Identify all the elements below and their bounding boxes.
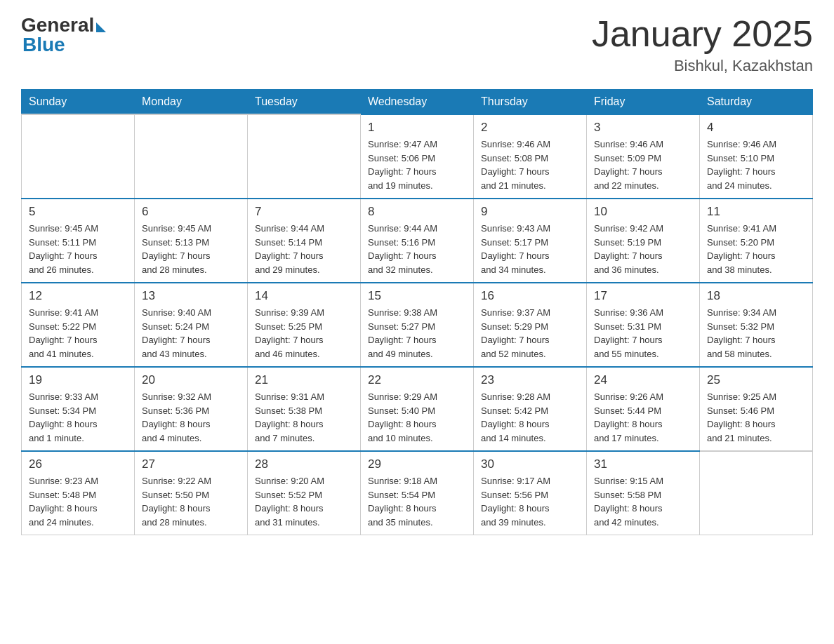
week-row-3: 12Sunrise: 9:41 AMSunset: 5:22 PMDayligh… — [22, 283, 813, 367]
calendar-cell: 3Sunrise: 9:46 AMSunset: 5:09 PMDaylight… — [587, 114, 700, 199]
calendar-cell: 7Sunrise: 9:44 AMSunset: 5:14 PMDaylight… — [248, 199, 361, 283]
day-info: Sunrise: 9:25 AMSunset: 5:46 PMDaylight:… — [707, 390, 805, 445]
calendar-header: SundayMondayTuesdayWednesdayThursdayFrid… — [22, 90, 813, 115]
day-info: Sunrise: 9:44 AMSunset: 5:16 PMDaylight:… — [368, 222, 466, 276]
day-number: 21 — [255, 373, 353, 387]
logo-arrow-icon — [96, 22, 106, 32]
day-number: 9 — [481, 205, 579, 219]
day-info: Sunrise: 9:41 AMSunset: 5:20 PMDaylight:… — [707, 222, 805, 276]
col-header-tuesday: Tuesday — [248, 90, 361, 115]
day-number: 27 — [142, 457, 240, 471]
logo-blue-text: Blue — [22, 34, 65, 56]
day-info: Sunrise: 9:40 AMSunset: 5:24 PMDaylight:… — [142, 306, 240, 361]
day-number: 26 — [29, 457, 127, 471]
calendar-cell — [22, 114, 135, 199]
day-info: Sunrise: 9:41 AMSunset: 5:22 PMDaylight:… — [29, 306, 127, 361]
week-row-1: 1Sunrise: 9:47 AMSunset: 5:06 PMDaylight… — [22, 114, 813, 199]
calendar-cell: 18Sunrise: 9:34 AMSunset: 5:32 PMDayligh… — [700, 283, 813, 367]
day-info: Sunrise: 9:46 AMSunset: 5:08 PMDaylight:… — [481, 137, 579, 192]
day-number: 13 — [142, 289, 240, 303]
day-info: Sunrise: 9:26 AMSunset: 5:44 PMDaylight:… — [594, 390, 692, 445]
day-number: 11 — [707, 205, 805, 219]
day-number: 1 — [368, 121, 466, 135]
day-number: 30 — [481, 457, 579, 471]
calendar-cell: 9Sunrise: 9:43 AMSunset: 5:17 PMDaylight… — [474, 199, 587, 283]
calendar-cell — [700, 451, 813, 535]
calendar-cell: 14Sunrise: 9:39 AMSunset: 5:25 PMDayligh… — [248, 283, 361, 367]
calendar-cell: 28Sunrise: 9:20 AMSunset: 5:52 PMDayligh… — [248, 451, 361, 535]
month-title: January 2025 — [592, 14, 813, 54]
location-title: Bishkul, Kazakhstan — [592, 57, 813, 75]
col-header-friday: Friday — [587, 90, 700, 115]
calendar-cell: 26Sunrise: 9:23 AMSunset: 5:48 PMDayligh… — [22, 451, 135, 535]
day-info: Sunrise: 9:43 AMSunset: 5:17 PMDaylight:… — [481, 222, 579, 276]
calendar-cell: 20Sunrise: 9:32 AMSunset: 5:36 PMDayligh… — [135, 367, 248, 451]
day-number: 22 — [368, 373, 466, 387]
day-info: Sunrise: 9:38 AMSunset: 5:27 PMDaylight:… — [368, 306, 466, 361]
day-info: Sunrise: 9:44 AMSunset: 5:14 PMDaylight:… — [255, 222, 353, 276]
page-header: General Blue January 2025 Bishkul, Kazak… — [21, 14, 813, 75]
day-number: 4 — [707, 121, 805, 135]
calendar-cell: 13Sunrise: 9:40 AMSunset: 5:24 PMDayligh… — [135, 283, 248, 367]
day-info: Sunrise: 9:46 AMSunset: 5:10 PMDaylight:… — [707, 137, 805, 192]
calendar-cell: 17Sunrise: 9:36 AMSunset: 5:31 PMDayligh… — [587, 283, 700, 367]
day-info: Sunrise: 9:18 AMSunset: 5:54 PMDaylight:… — [368, 474, 466, 529]
day-info: Sunrise: 9:15 AMSunset: 5:58 PMDaylight:… — [594, 474, 692, 529]
day-info: Sunrise: 9:28 AMSunset: 5:42 PMDaylight:… — [481, 390, 579, 445]
day-number: 16 — [481, 289, 579, 303]
day-number: 7 — [255, 205, 353, 219]
calendar-cell: 10Sunrise: 9:42 AMSunset: 5:19 PMDayligh… — [587, 199, 700, 283]
col-header-thursday: Thursday — [474, 90, 587, 115]
day-number: 6 — [142, 205, 240, 219]
day-info: Sunrise: 9:46 AMSunset: 5:09 PMDaylight:… — [594, 137, 692, 192]
day-info: Sunrise: 9:32 AMSunset: 5:36 PMDaylight:… — [142, 390, 240, 445]
week-row-5: 26Sunrise: 9:23 AMSunset: 5:48 PMDayligh… — [22, 451, 813, 535]
day-number: 8 — [368, 205, 466, 219]
calendar-cell: 11Sunrise: 9:41 AMSunset: 5:20 PMDayligh… — [700, 199, 813, 283]
col-header-sunday: Sunday — [22, 90, 135, 115]
day-info: Sunrise: 9:45 AMSunset: 5:13 PMDaylight:… — [142, 222, 240, 276]
day-number: 3 — [594, 121, 692, 135]
day-number: 24 — [594, 373, 692, 387]
day-info: Sunrise: 9:39 AMSunset: 5:25 PMDaylight:… — [255, 306, 353, 361]
day-number: 20 — [142, 373, 240, 387]
title-block: January 2025 Bishkul, Kazakhstan — [592, 14, 813, 75]
calendar-body: 1Sunrise: 9:47 AMSunset: 5:06 PMDaylight… — [22, 114, 813, 535]
week-row-2: 5Sunrise: 9:45 AMSunset: 5:11 PMDaylight… — [22, 199, 813, 283]
week-row-4: 19Sunrise: 9:33 AMSunset: 5:34 PMDayligh… — [22, 367, 813, 451]
day-number: 28 — [255, 457, 353, 471]
day-info: Sunrise: 9:33 AMSunset: 5:34 PMDaylight:… — [29, 390, 127, 445]
calendar-cell: 5Sunrise: 9:45 AMSunset: 5:11 PMDaylight… — [22, 199, 135, 283]
calendar-cell: 19Sunrise: 9:33 AMSunset: 5:34 PMDayligh… — [22, 367, 135, 451]
calendar-cell: 2Sunrise: 9:46 AMSunset: 5:08 PMDaylight… — [474, 114, 587, 199]
calendar-cell — [135, 114, 248, 199]
calendar-cell: 23Sunrise: 9:28 AMSunset: 5:42 PMDayligh… — [474, 367, 587, 451]
day-number: 25 — [707, 373, 805, 387]
calendar-cell: 15Sunrise: 9:38 AMSunset: 5:27 PMDayligh… — [361, 283, 474, 367]
day-info: Sunrise: 9:31 AMSunset: 5:38 PMDaylight:… — [255, 390, 353, 445]
day-info: Sunrise: 9:29 AMSunset: 5:40 PMDaylight:… — [368, 390, 466, 445]
calendar-cell: 4Sunrise: 9:46 AMSunset: 5:10 PMDaylight… — [700, 114, 813, 199]
days-header-row: SundayMondayTuesdayWednesdayThursdayFrid… — [22, 90, 813, 115]
day-number: 10 — [594, 205, 692, 219]
day-info: Sunrise: 9:23 AMSunset: 5:48 PMDaylight:… — [29, 474, 127, 529]
day-info: Sunrise: 9:47 AMSunset: 5:06 PMDaylight:… — [368, 137, 466, 192]
calendar-cell: 12Sunrise: 9:41 AMSunset: 5:22 PMDayligh… — [22, 283, 135, 367]
day-info: Sunrise: 9:22 AMSunset: 5:50 PMDaylight:… — [142, 474, 240, 529]
calendar-cell — [248, 114, 361, 199]
day-info: Sunrise: 9:45 AMSunset: 5:11 PMDaylight:… — [29, 222, 127, 276]
day-number: 17 — [594, 289, 692, 303]
calendar-cell: 6Sunrise: 9:45 AMSunset: 5:13 PMDaylight… — [135, 199, 248, 283]
day-number: 18 — [707, 289, 805, 303]
calendar-cell: 16Sunrise: 9:37 AMSunset: 5:29 PMDayligh… — [474, 283, 587, 367]
day-info: Sunrise: 9:20 AMSunset: 5:52 PMDaylight:… — [255, 474, 353, 529]
day-number: 15 — [368, 289, 466, 303]
day-number: 12 — [29, 289, 127, 303]
calendar-cell: 21Sunrise: 9:31 AMSunset: 5:38 PMDayligh… — [248, 367, 361, 451]
day-number: 5 — [29, 205, 127, 219]
calendar-cell: 1Sunrise: 9:47 AMSunset: 5:06 PMDaylight… — [361, 114, 474, 199]
day-number: 19 — [29, 373, 127, 387]
calendar-cell: 22Sunrise: 9:29 AMSunset: 5:40 PMDayligh… — [361, 367, 474, 451]
day-number: 23 — [481, 373, 579, 387]
calendar-cell: 29Sunrise: 9:18 AMSunset: 5:54 PMDayligh… — [361, 451, 474, 535]
